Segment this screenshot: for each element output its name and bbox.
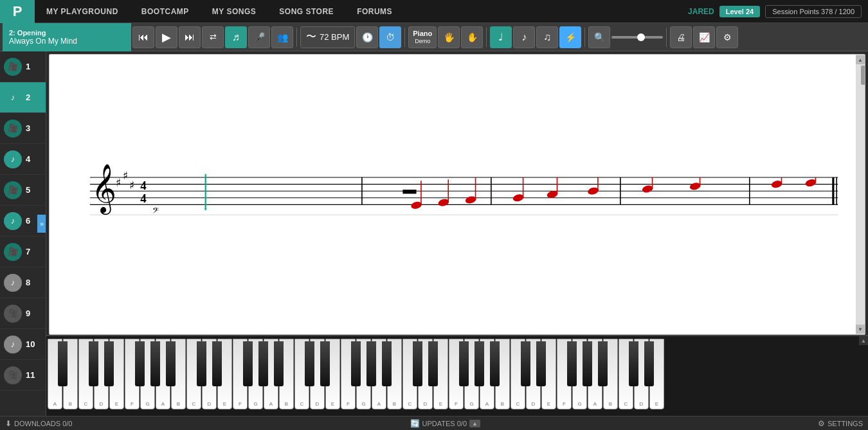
svg-rect-18 [402, 190, 416, 193]
nav-forums[interactable]: FORUMS [345, 0, 404, 23]
lesson-1-number: 1 [26, 62, 30, 71]
lesson-item-11[interactable]: 🎥 11 [0, 360, 46, 391]
separator-1 [296, 28, 297, 47]
lightning-button[interactable]: ⚡ [559, 26, 581, 48]
nav-my-songs[interactable]: MY SONGS [201, 0, 267, 23]
separator-5 [666, 28, 667, 47]
notes3-button[interactable]: ♫ [536, 26, 558, 48]
mic-button[interactable]: 🎤 [248, 26, 270, 48]
nav-playground[interactable]: MY PLAYGROUND [35, 0, 130, 23]
zoom-thumb [637, 33, 645, 41]
logo-text: P [13, 3, 23, 20]
updates-icon: 🔄 [410, 419, 420, 428]
black-key[interactable] [475, 341, 484, 386]
nav-bootcamp[interactable]: BOOTCAMP [130, 0, 201, 23]
zoom-slider[interactable] [611, 36, 663, 39]
downloads-label: DOWNLOADS 0/0 [14, 420, 72, 427]
lesson-3-number: 3 [26, 123, 30, 133]
lesson-10-number: 10 [26, 339, 35, 349]
rewind-button[interactable]: ⏮ [132, 26, 154, 48]
print-button[interactable]: 🖨 [670, 26, 692, 48]
lesson-2-icon: ♪ [4, 89, 22, 107]
black-key[interactable] [58, 341, 68, 386]
piano-keys-inner: ABCDEFGABCDEFGABCDEFGABCDEFGABCDEFGABCDE [48, 339, 665, 422]
separator-4 [584, 28, 585, 47]
black-key[interactable] [274, 341, 284, 386]
black-key[interactable] [644, 341, 654, 386]
black-key[interactable] [305, 341, 314, 386]
lesson-item-5[interactable]: 🎥 5 [0, 175, 46, 206]
lesson-item-3[interactable]: 🎥 3 [0, 113, 46, 144]
loop-button[interactable]: ⇄ [202, 26, 224, 48]
scroll-down-arrow[interactable]: ▼ [856, 325, 865, 334]
piano-scroll-up[interactable]: ▲ [859, 336, 868, 345]
black-key[interactable] [104, 341, 114, 386]
svg-text:4: 4 [140, 192, 147, 205]
black-key[interactable] [351, 341, 361, 386]
lesson-1-icon: 🎥 [4, 58, 22, 76]
play-button[interactable]: ▶ [156, 26, 177, 48]
black-key[interactable] [258, 341, 268, 386]
settings-bottom-button[interactable]: ⚙ SETTINGS [818, 419, 863, 428]
scroll-handle[interactable] [861, 66, 865, 85]
right-scrollbar[interactable]: ▲ ▼ [856, 55, 865, 334]
lesson-item-1[interactable]: 🎥 1 [0, 51, 46, 82]
downloads-info: ⬇ DOWNLOADS 0/0 [5, 419, 72, 428]
lesson-item-9[interactable]: 🎥 9 [0, 298, 46, 329]
separator-2 [404, 28, 405, 47]
settings-icon: ⚙ [818, 419, 825, 428]
lesson-7-number: 7 [26, 247, 30, 256]
black-key[interactable] [459, 341, 469, 386]
black-key[interactable] [490, 341, 500, 386]
black-key[interactable] [382, 341, 392, 386]
black-key[interactable] [536, 341, 546, 386]
piano-label: Piano [413, 30, 432, 37]
lesson-2-number: 2 [26, 93, 30, 102]
black-key[interactable] [150, 341, 160, 386]
song-title-area: 2: Opening Always On My Mind [3, 23, 131, 51]
timer-button[interactable]: ⏱ [379, 26, 401, 48]
session-points: Session Points 378 / 1200 [765, 5, 862, 18]
collapse-panel-button[interactable]: » [37, 215, 46, 233]
black-key[interactable] [366, 341, 376, 386]
black-key[interactable] [629, 341, 638, 386]
settings-label: SETTINGS [827, 420, 863, 427]
lesson-item-6[interactable]: ♪ 6 » [0, 206, 46, 237]
black-key[interactable] [598, 341, 608, 386]
lesson-5-number: 5 [26, 185, 30, 195]
skip-button[interactable]: ⏭ [179, 26, 201, 48]
lesson-item-2[interactable]: ♪ 2 [0, 82, 46, 113]
black-key[interactable] [197, 341, 206, 386]
black-key[interactable] [583, 341, 592, 386]
lesson-9-icon: 🎥 [4, 305, 22, 323]
piano-demo-button[interactable]: Piano Demo [408, 26, 437, 48]
black-key[interactable] [567, 341, 577, 386]
search-button[interactable]: 🔍 [588, 26, 610, 48]
black-key[interactable] [166, 341, 176, 386]
notes1-button[interactable]: ♩ [490, 26, 512, 48]
lesson-item-10[interactable]: ♪ 10 [0, 329, 46, 360]
settings-toolbar-button[interactable]: ⚙ [716, 26, 738, 48]
lesson-item-4[interactable]: ♪ 4 [0, 144, 46, 175]
lesson-item-7[interactable]: 🎥 7 [0, 237, 46, 267]
scroll-up-arrow[interactable]: ▲ [856, 55, 865, 64]
hand-left-button[interactable]: 🖐 [438, 26, 460, 48]
hand-right-button[interactable]: ✋ [461, 26, 483, 48]
black-key[interactable] [89, 341, 98, 386]
lesson-4-number: 4 [26, 154, 30, 164]
black-key[interactable] [413, 341, 422, 386]
black-key[interactable] [521, 341, 530, 386]
people-button[interactable]: 👥 [271, 26, 293, 48]
clock-button[interactable]: 🕐 [356, 26, 378, 48]
updates-expand[interactable]: ▲ [469, 420, 480, 427]
black-key[interactable] [428, 341, 438, 386]
black-key[interactable] [243, 341, 253, 386]
black-key[interactable] [212, 341, 222, 386]
notes2-button[interactable]: ♪ [513, 26, 535, 48]
black-key[interactable] [135, 341, 145, 386]
lesson-item-8[interactable]: ♪ 8 [0, 267, 46, 298]
chart-button[interactable]: 📈 [693, 26, 715, 48]
hands-button[interactable]: ♬ [225, 26, 247, 48]
black-key[interactable] [320, 341, 330, 386]
nav-song-store[interactable]: SONG STORE [267, 0, 345, 23]
